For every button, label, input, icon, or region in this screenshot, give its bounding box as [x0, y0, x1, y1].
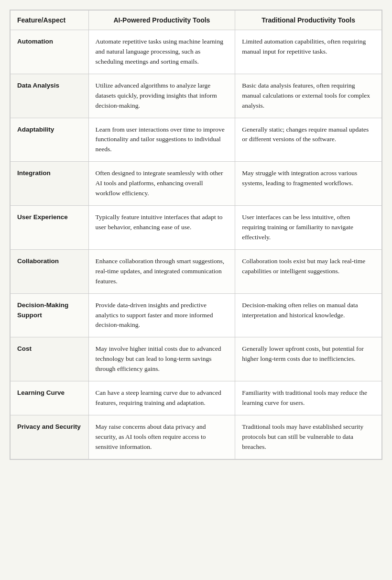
- header-feature: Feature/Aspect: [11, 11, 89, 30]
- cell-feature: Privacy and Security: [11, 415, 89, 459]
- table-row: AutomationAutomate repetitive tasks usin…: [11, 30, 382, 74]
- table-header-row: Feature/Aspect AI-Powered Productivity T…: [11, 11, 382, 30]
- cell-ai: May raise concerns about data privacy an…: [88, 415, 235, 459]
- table-row: Privacy and SecurityMay raise concerns a…: [11, 415, 382, 459]
- table-row: CollaborationEnhance collaboration throu…: [11, 249, 382, 293]
- cell-feature: Learning Curve: [11, 381, 89, 415]
- cell-feature: Collaboration: [11, 249, 89, 293]
- header-traditional: Traditional Productivity Tools: [235, 11, 382, 30]
- cell-ai: Enhance collaboration through smart sugg…: [88, 249, 235, 293]
- table-row: User ExperienceTypically feature intuiti…: [11, 206, 382, 250]
- cell-ai: Learn from user interactions over time t…: [88, 118, 235, 162]
- table-row: CostMay involve higher initial costs due…: [11, 337, 382, 381]
- cell-feature: Automation: [11, 30, 89, 74]
- cell-traditional: Familiarity with traditional tools may r…: [235, 381, 382, 415]
- table-row: AdaptabilityLearn from user interactions…: [11, 118, 382, 162]
- cell-traditional: Limited automation capabilities, often r…: [235, 30, 382, 74]
- cell-feature: Integration: [11, 162, 89, 206]
- cell-ai: Can have a steep learning curve due to a…: [88, 381, 235, 415]
- cell-ai: Typically feature intuitive interfaces t…: [88, 206, 235, 250]
- cell-traditional: Traditional tools may have established s…: [235, 415, 382, 459]
- comparison-table-wrapper: Feature/Aspect AI-Powered Productivity T…: [10, 10, 382, 460]
- table-row: Data AnalysisUtilize advanced algorithms…: [11, 74, 382, 118]
- cell-feature: Data Analysis: [11, 74, 89, 118]
- cell-feature: Decision-Making Support: [11, 293, 89, 337]
- cell-ai: May involve higher initial costs due to …: [88, 337, 235, 381]
- cell-feature: User Experience: [11, 206, 89, 250]
- cell-traditional: Collaboration tools exist but may lack r…: [235, 249, 382, 293]
- cell-ai: Utilize advanced algorithms to analyze l…: [88, 74, 235, 118]
- cell-traditional: Generally lower upfront costs, but poten…: [235, 337, 382, 381]
- cell-traditional: Generally static; changes require manual…: [235, 118, 382, 162]
- header-ai: AI-Powered Productivity Tools: [88, 11, 235, 30]
- cell-ai: Automate repetitive tasks using machine …: [88, 30, 235, 74]
- cell-feature: Cost: [11, 337, 89, 381]
- cell-traditional: Basic data analysis features, often requ…: [235, 74, 382, 118]
- comparison-table: Feature/Aspect AI-Powered Productivity T…: [10, 10, 382, 459]
- cell-traditional: User interfaces can be less intuitive, o…: [235, 206, 382, 250]
- cell-ai: Often designed to integrate seamlessly w…: [88, 162, 235, 206]
- cell-traditional: Decision-making often relies on manual d…: [235, 293, 382, 337]
- cell-feature: Adaptability: [11, 118, 89, 162]
- table-row: Learning CurveCan have a steep learning …: [11, 381, 382, 415]
- table-row: IntegrationOften designed to integrate s…: [11, 162, 382, 206]
- cell-ai: Provide data-driven insights and predict…: [88, 293, 235, 337]
- cell-traditional: May struggle with integration across var…: [235, 162, 382, 206]
- table-row: Decision-Making SupportProvide data-driv…: [11, 293, 382, 337]
